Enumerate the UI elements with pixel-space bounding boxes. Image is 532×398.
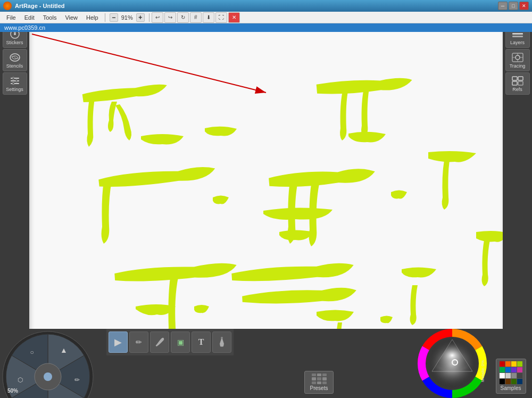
svg-rect-6 <box>11 78 19 79</box>
brush-icon <box>154 336 165 349</box>
svg-point-10 <box>15 80 18 82</box>
refs-label: Refs <box>512 87 522 92</box>
sample-color-cell[interactable] <box>505 379 511 384</box>
pencil-tool[interactable]: ✏ <box>129 331 148 353</box>
fullscreen-button[interactable]: ⛶ <box>215 12 227 23</box>
settings-button[interactable]: Settings <box>3 72 27 95</box>
stencils-label: Stencils <box>6 63 23 69</box>
sample-color-cell[interactable] <box>517 367 522 372</box>
grid-button[interactable]: # <box>190 12 202 23</box>
menu-bar: File Edit Tools View Help − 91% + ↩ ↪ ↻ … <box>0 12 532 23</box>
svg-rect-8 <box>11 83 19 84</box>
close-button[interactable]: ✕ <box>519 2 529 10</box>
text-icon: T <box>198 337 204 347</box>
stencils-button[interactable]: Stencils <box>3 49 27 71</box>
samples-grid <box>500 361 522 384</box>
presets-button[interactable]: Presets <box>304 371 334 394</box>
samples-area: Samples <box>489 329 532 398</box>
presets-area: Presets <box>234 329 404 398</box>
settings-icon <box>7 75 22 87</box>
svg-point-33 <box>44 372 52 381</box>
sample-color-cell[interactable] <box>511 361 517 367</box>
toolbar-divider-1 <box>105 13 105 22</box>
select-tool[interactable]: ▶ <box>109 331 128 353</box>
select-icon: ▶ <box>114 336 122 348</box>
sample-color-cell[interactable] <box>511 379 517 384</box>
color-wheel-area[interactable]: Metallic 0% <box>404 329 489 398</box>
svg-point-34 <box>221 337 223 339</box>
sample-color-cell[interactable] <box>500 361 505 367</box>
ink-icon <box>217 336 227 349</box>
svg-rect-22 <box>518 77 523 80</box>
sample-color-cell[interactable] <box>500 379 505 384</box>
menu-file[interactable]: File <box>2 13 20 22</box>
svg-rect-23 <box>512 81 517 85</box>
zoom-indicator: 50% <box>7 388 18 394</box>
svg-text:▲: ▲ <box>60 346 68 354</box>
svg-rect-13 <box>512 33 523 35</box>
presets-icon <box>312 374 327 384</box>
redo-button[interactable]: ↪ <box>164 12 176 23</box>
zoom-value: 91% <box>119 14 135 21</box>
samples-label: Samples <box>501 385 521 391</box>
svg-point-11 <box>12 82 14 85</box>
minimize-button[interactable]: ─ <box>498 2 508 10</box>
refs-button[interactable]: Refs <box>505 72 530 95</box>
sample-color-cell[interactable] <box>500 367 505 372</box>
svg-text:○: ○ <box>30 349 34 356</box>
sample-color-cell[interactable] <box>517 379 522 384</box>
tracing-icon <box>510 52 525 63</box>
toolbar-group-actions: ↩ ↪ ↻ # ⬇ ⛶ ✕ <box>152 12 240 23</box>
menu-help[interactable]: Help <box>82 13 103 22</box>
pencil-icon: ✏ <box>136 338 142 346</box>
samples-button[interactable]: Samples <box>496 359 526 394</box>
close-canvas-button[interactable]: ✕ <box>228 12 240 23</box>
presets-label: Presets <box>310 385 328 391</box>
tracing-label: Tracing <box>510 63 526 69</box>
zoom-control: − 91% + <box>110 13 145 22</box>
shape-tool[interactable]: ▣ <box>171 331 190 353</box>
sample-color-cell[interactable] <box>517 373 522 378</box>
stencils-icon <box>7 52 22 63</box>
sample-color-cell[interactable] <box>517 361 522 367</box>
layers-label: Layers <box>510 40 525 45</box>
tool-wheel-area: ▲ ✏ 🖌 ⬛ ⬡ ○ 50% <box>0 329 106 398</box>
rotate-button[interactable]: ↻ <box>177 12 189 23</box>
sample-color-cell[interactable] <box>500 373 505 378</box>
zoom-in-button[interactable]: + <box>136 13 145 22</box>
watermark-text: www.pc0359.cn <box>4 24 45 31</box>
sample-color-cell[interactable] <box>505 373 511 378</box>
tracing-button[interactable]: Tracing <box>505 49 530 71</box>
metallic-indicator: Metallic 0% <box>480 360 485 382</box>
menu-edit[interactable]: Edit <box>20 13 39 22</box>
window-title: ArtRage - Untitled <box>15 3 498 9</box>
svg-rect-24 <box>518 81 523 85</box>
menu-tools[interactable]: Tools <box>39 13 61 22</box>
brush-tool[interactable] <box>150 331 169 353</box>
ink-tool[interactable] <box>212 331 231 353</box>
svg-point-16 <box>516 55 520 60</box>
svg-rect-14 <box>512 36 523 37</box>
text-tool[interactable]: T <box>192 331 211 353</box>
settings-label: Settings <box>6 87 23 92</box>
tool-wheel[interactable]: ▲ ✏ 🖌 ⬛ ⬡ ○ <box>0 308 101 398</box>
zoom-out-button[interactable]: − <box>110 13 118 22</box>
export-button[interactable]: ⬇ <box>203 12 214 23</box>
maximize-button[interactable]: □ <box>509 2 518 10</box>
stickers-label: Stickers <box>6 40 23 45</box>
svg-point-9 <box>12 77 14 79</box>
sample-color-cell[interactable] <box>505 367 511 372</box>
svg-rect-21 <box>512 77 517 80</box>
window-controls: ─ □ ✕ <box>498 2 529 10</box>
toolbar-divider-2 <box>149 13 149 22</box>
title-bar: ArtRage - Untitled ─ □ ✕ <box>0 0 532 12</box>
watermark-bar: www.pc0359.cn <box>0 23 532 32</box>
menu-view[interactable]: View <box>61 13 82 22</box>
sample-color-cell[interactable] <box>511 367 517 372</box>
bottom-area: ▲ ✏ 🖌 ⬛ ⬡ ○ 50% ▶ ✏ ▣ <box>0 329 532 398</box>
undo-button[interactable]: ↩ <box>152 12 163 23</box>
sample-color-cell[interactable] <box>511 373 517 378</box>
svg-rect-7 <box>11 80 19 81</box>
sample-color-cell[interactable] <box>505 361 511 367</box>
svg-text:⬡: ⬡ <box>18 376 23 384</box>
